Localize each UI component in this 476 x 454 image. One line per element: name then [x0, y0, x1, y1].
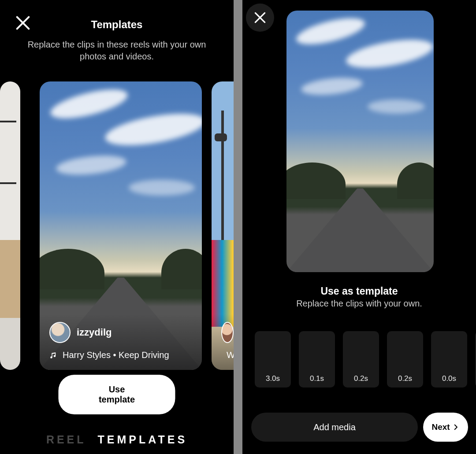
avatar[interactable] — [49, 322, 71, 343]
clip-duration: 0.2s — [343, 374, 379, 383]
tab-templates[interactable]: TEMPLATES — [98, 433, 188, 446]
add-media-button[interactable]: Add media — [251, 413, 418, 442]
avatar[interactable] — [221, 322, 234, 343]
bottom-tabs: REEL TEMPLATES — [0, 433, 234, 446]
section-title: Use as template — [242, 285, 476, 297]
template-carousel[interactable]: izzydilg Harry Styles • Keep Driving — [0, 81, 234, 370]
next-button[interactable]: Next — [423, 413, 468, 442]
tab-reel[interactable]: REEL — [46, 433, 86, 446]
clip-slot[interactable]: 0.0s — [431, 331, 467, 388]
clip-duration: 0.0s — [431, 374, 467, 383]
template-card-prev[interactable] — [0, 81, 20, 370]
page-title: Templates — [0, 0, 234, 31]
music-label-peek: W — [227, 350, 234, 360]
clip-slot[interactable]: 0.1s — [299, 331, 335, 388]
clip-strip[interactable]: 3.0s 0.1s 0.2s 0.2s 0.0s — [255, 331, 476, 388]
use-template-button[interactable]: Use template — [59, 375, 175, 414]
template-preview[interactable] — [286, 11, 434, 272]
panel-divider — [234, 0, 242, 454]
card-overlay: izzydilg Harry Styles • Keep Driving — [40, 314, 202, 370]
music-row[interactable]: Harry Styles • Keep Driving — [49, 350, 192, 360]
templates-screen: Templates Replace the clips in these ree… — [0, 0, 234, 454]
next-label: Next — [431, 422, 450, 432]
close-icon — [253, 11, 267, 25]
page-subtitle: Replace the clips in these reels with yo… — [0, 31, 234, 63]
clip-slot[interactable]: 3.0s — [255, 331, 291, 388]
clip-slot[interactable]: 0.2s — [343, 331, 379, 388]
section-subtitle: Replace the clips with your own. — [242, 299, 476, 309]
music-icon — [49, 351, 57, 359]
template-card[interactable]: izzydilg Harry Styles • Keep Driving — [40, 81, 202, 370]
music-label: Harry Styles • Keep Driving — [63, 350, 169, 360]
clip-duration: 3.0s — [255, 374, 291, 383]
close-button[interactable] — [246, 4, 274, 32]
clip-duration: 0.2s — [387, 374, 423, 383]
clip-slot[interactable]: 0.2s — [387, 331, 423, 388]
chevron-right-icon — [452, 423, 460, 431]
clip-duration: 0.1s — [299, 374, 335, 383]
username[interactable]: izzydilg — [77, 327, 112, 338]
use-as-template-screen: Use as template Replace the clips with y… — [242, 0, 476, 454]
close-icon[interactable] — [14, 14, 32, 32]
template-card-next[interactable]: W — [212, 81, 234, 370]
